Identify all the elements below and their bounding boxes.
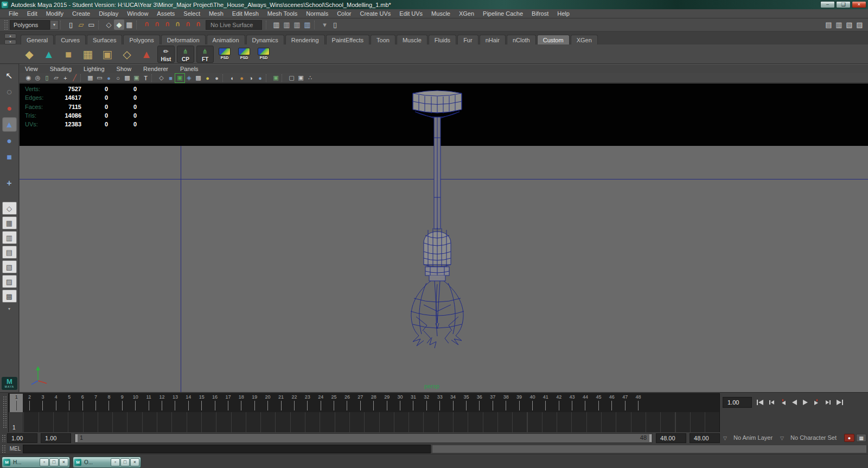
- separator[interactable]: [282, 74, 286, 82]
- timeline-frame[interactable]: 36: [473, 394, 486, 412]
- select-hierarchy-icon[interactable]: ◇: [104, 20, 114, 30]
- go-to-end-button[interactable]: [835, 398, 845, 407]
- custom-shelf-psd-edit-icon[interactable]: PSD: [235, 46, 253, 63]
- render-view-icon[interactable]: ▥: [271, 20, 282, 30]
- chevron-down-icon[interactable]: ▽: [780, 435, 784, 441]
- menu-item[interactable]: Mesh: [205, 9, 228, 18]
- shelf-tab[interactable]: Animation: [207, 35, 245, 44]
- timeline-frame[interactable]: 39: [513, 394, 526, 412]
- two-pane-side-layout-button[interactable]: ▥: [2, 231, 17, 244]
- timeline-frame[interactable]: 6: [76, 394, 89, 412]
- step-forward-frame-button[interactable]: [824, 398, 833, 407]
- timeline-frame[interactable]: 4: [49, 394, 62, 412]
- panel-menu-item[interactable]: Shading: [50, 66, 78, 72]
- ipr-render-icon[interactable]: ▥: [292, 20, 302, 30]
- play-backwards-button[interactable]: [789, 398, 799, 407]
- grease-pencil-icon[interactable]: ╱: [70, 74, 79, 82]
- camera-attributes-icon[interactable]: ◎: [33, 74, 42, 82]
- shelf-tab[interactable]: XGen: [571, 35, 598, 44]
- snap-view-plane-icon[interactable]: ∪: [183, 20, 193, 30]
- timeline-frame[interactable]: 5: [63, 394, 76, 412]
- separator[interactable]: [136, 21, 140, 29]
- image-plane-icon[interactable]: ▱: [52, 74, 61, 82]
- isolate-select-icon[interactable]: ▣: [271, 74, 280, 82]
- auto-keyframe-toggle-icon[interactable]: ●: [844, 434, 854, 442]
- select-object-icon[interactable]: ◆: [114, 20, 124, 30]
- command-language-toggle[interactable]: MEL: [8, 446, 23, 452]
- shelf-tab[interactable]: Dynamics: [246, 35, 284, 44]
- menu-item[interactable]: File: [4, 9, 23, 18]
- separator[interactable]: [314, 21, 318, 29]
- timeline-frame[interactable]: 19: [248, 394, 261, 412]
- maximize-button[interactable]: ❑: [836, 1, 851, 8]
- timeline-frame[interactable]: 41: [539, 394, 552, 412]
- playback-end-field[interactable]: 48.00: [690, 433, 720, 443]
- range-end-handle[interactable]: [649, 434, 652, 442]
- menu-item[interactable]: Window: [123, 9, 152, 18]
- timeline-frame[interactable]: 43: [565, 394, 578, 412]
- snap-point-icon[interactable]: ∪: [162, 20, 173, 30]
- outliner-persp-layout-button[interactable]: ▨: [2, 275, 17, 288]
- timeline-frame[interactable]: 13: [169, 394, 182, 412]
- toolbox-menu-arrow-icon[interactable]: ▾: [3, 306, 15, 312]
- timeline-frame[interactable]: 26: [341, 394, 354, 412]
- snap-projected-center-icon[interactable]: ∪: [173, 20, 183, 30]
- menu-item[interactable]: XGen: [455, 9, 478, 18]
- custom-shelf-hist-button[interactable]: ✏ Hist: [157, 46, 175, 63]
- minimized-window[interactable]: M O... ▫ □ ×: [73, 457, 141, 468]
- step-back-key-button[interactable]: [778, 398, 788, 407]
- render-current-frame-icon[interactable]: ▥: [282, 20, 292, 30]
- modeling-toolkit-toggle-icon[interactable]: ▨: [854, 20, 865, 30]
- separator[interactable]: [60, 21, 64, 29]
- separator[interactable]: [80, 74, 85, 82]
- shadows-icon[interactable]: ◐: [228, 74, 237, 82]
- separator[interactable]: [222, 74, 227, 82]
- wireframe-on-shaded-icon[interactable]: ▣: [175, 74, 184, 82]
- range-slider-grip[interactable]: [2, 434, 5, 442]
- timeline-frame[interactable]: 1: [10, 394, 23, 412]
- wireframe-mode-icon[interactable]: ◇: [157, 74, 166, 82]
- gate-mask-icon[interactable]: ○: [113, 74, 123, 82]
- timeline-frame[interactable]: 44: [579, 394, 592, 412]
- status-line-grip[interactable]: [4, 20, 8, 29]
- timeline-frame[interactable]: 14: [182, 394, 195, 412]
- timeline-frame[interactable]: 7: [89, 394, 102, 412]
- custom-shelf-ft-button[interactable]: ⋔ FT: [196, 46, 214, 63]
- time-slider[interactable]: 1 2 3 4: [8, 393, 720, 433]
- selection-mask-combo[interactable]: Polygons ▾: [10, 20, 59, 30]
- select-camera-icon[interactable]: ◉: [24, 74, 33, 82]
- use-default-material-icon[interactable]: ▩: [194, 74, 203, 82]
- menu-item[interactable]: Color: [333, 9, 355, 18]
- shelf-tab[interactable]: Custom: [537, 35, 570, 44]
- timeline-frame[interactable]: 17: [221, 394, 234, 412]
- timeline-frame[interactable]: 28: [367, 394, 380, 412]
- last-tool-button[interactable]: +: [2, 176, 17, 190]
- timeline-frame[interactable]: 22: [288, 394, 301, 412]
- safe-title-icon[interactable]: T: [141, 74, 150, 82]
- shelf-tab-selector-button[interactable]: ▴: [4, 34, 16, 39]
- playback-start-field[interactable]: 1.00: [7, 433, 37, 443]
- shelf-tab[interactable]: Muscle: [397, 35, 427, 44]
- separator[interactable]: [266, 21, 270, 29]
- shelf-tab[interactable]: Curves: [55, 35, 86, 44]
- attribute-editor-toggle-icon[interactable]: ▤: [824, 20, 834, 30]
- timeline-frame[interactable]: 40: [526, 394, 539, 412]
- single-pane-layout-button[interactable]: ◇: [2, 202, 17, 215]
- animation-preferences-icon[interactable]: ▦: [856, 434, 866, 442]
- lasso-tool-button[interactable]: ◌: [2, 85, 17, 99]
- maximize-button[interactable]: □: [49, 458, 59, 466]
- timeline-frame[interactable]: 9: [116, 394, 129, 412]
- custom-shelf-poly-flatten-icon[interactable]: ◇: [118, 46, 136, 63]
- animation-end-field[interactable]: 48.00: [656, 433, 686, 443]
- menu-item[interactable]: Bifrost: [527, 9, 553, 18]
- shelf-menu-button[interactable]: ▾: [4, 40, 16, 44]
- timeline-frame[interactable]: 32: [420, 394, 433, 412]
- four-pane-layout-button[interactable]: ▦: [2, 216, 17, 229]
- menu-item[interactable]: Display: [94, 9, 123, 18]
- film-gate-icon[interactable]: ▭: [95, 74, 104, 82]
- pop-out-panel-icon[interactable]: ▣: [296, 74, 305, 82]
- timeline-frame[interactable]: 31: [407, 394, 420, 412]
- multisample-icon[interactable]: ●: [256, 74, 265, 82]
- timeline-frame[interactable]: 45: [592, 394, 605, 412]
- three-pane-split-layout-button[interactable]: ▧: [2, 260, 17, 273]
